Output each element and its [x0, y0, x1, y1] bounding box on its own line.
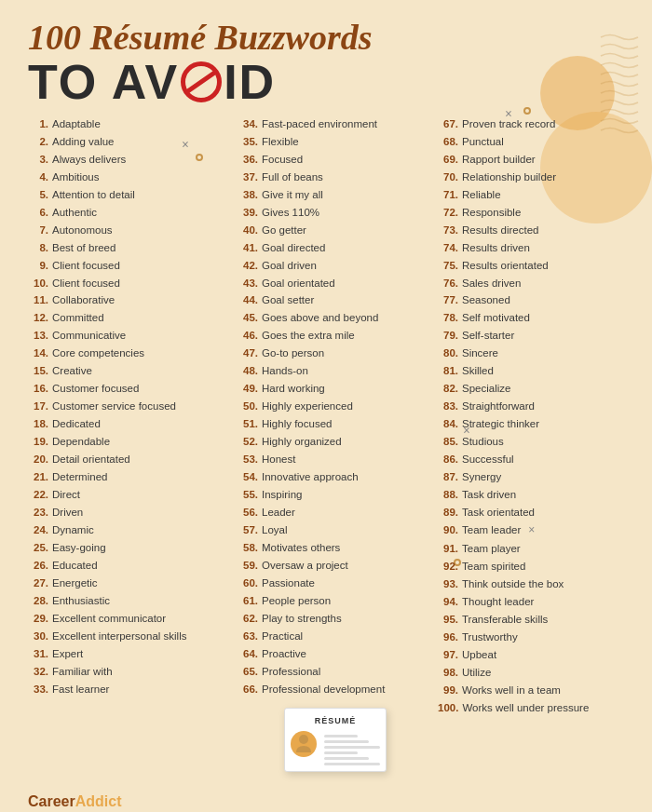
item-label: Transferable skills	[462, 611, 548, 629]
list-item: 81.Skilled	[438, 362, 624, 380]
item-label: Professional	[262, 663, 320, 681]
item-number: 29.	[28, 610, 48, 628]
list-item: 13.Communicative	[28, 327, 233, 345]
list-item: 72.Responsible	[438, 204, 624, 222]
item-number: 87.	[438, 468, 458, 486]
list-item: 25.Easy-going	[28, 539, 233, 557]
item-number: 57.	[238, 521, 258, 539]
list-item: 57.Loyal	[238, 521, 433, 539]
list-item: 38.Give it my all	[238, 186, 433, 204]
item-number: 80.	[438, 345, 458, 362]
list-item: 19.Dependable	[28, 433, 233, 451]
item-label: Task orientated	[462, 504, 535, 521]
list-item: 80.Sincere	[438, 345, 624, 362]
item-label: Leader	[262, 504, 295, 521]
item-label: Play to strengths	[262, 610, 342, 628]
item-label: Upbeat	[462, 646, 496, 664]
item-number: 66.	[238, 681, 258, 698]
list-item: 67.Proven track record	[438, 115, 624, 133]
item-label: Communicative	[52, 327, 126, 345]
list-item: 11.Collaborative	[28, 291, 233, 309]
item-label: Works well under pressure	[462, 699, 589, 717]
list-item: 42.Goal driven	[238, 257, 433, 275]
item-label: Fast learner	[52, 681, 109, 698]
list-item: 55.Inspiring	[238, 486, 433, 504]
resume-line-6	[324, 763, 380, 765]
item-number: 25.	[28, 539, 48, 557]
item-label: Strategic thinker	[462, 415, 539, 433]
list-item: 84.Strategic thinker	[438, 415, 624, 433]
item-number: 58.	[238, 539, 258, 557]
item-label: Highly organized	[262, 433, 342, 451]
list-item: 83.Straightforward	[438, 398, 624, 415]
item-label: Rapport builder	[462, 151, 536, 169]
list-item: 71.Reliable	[438, 186, 624, 204]
footer: CareerAddict	[28, 786, 624, 810]
item-label: Autonomous	[52, 222, 113, 239]
list-item: 3.Always delivers	[28, 151, 233, 169]
list-item: 70.Relationship builder	[438, 169, 624, 186]
column-left: 1.Adaptable2.Adding value3.Always delive…	[28, 115, 233, 772]
item-number: 98.	[438, 664, 458, 682]
item-label: Always delivers	[52, 151, 126, 169]
list-item: 99.Works well in a team	[438, 682, 624, 699]
item-number: 51.	[238, 415, 258, 433]
avoid-text-pre: TO AV	[28, 58, 179, 106]
item-label: Team spirited	[462, 558, 525, 575]
item-number: 31.	[28, 645, 48, 663]
item-number: 26.	[28, 557, 48, 575]
list-item: 93.Think outside the box	[438, 575, 624, 593]
list-item: 36.Focused	[238, 151, 433, 169]
column-middle: 34.Fast-paced environment35.Flexible36.F…	[238, 115, 433, 772]
list-item: 95.Transferable skills	[438, 611, 624, 629]
list-item: 35.Flexible	[238, 133, 433, 151]
item-label: Highly focused	[262, 415, 332, 433]
item-number: 46.	[238, 327, 258, 345]
item-number: 55.	[238, 486, 258, 504]
item-label: Successful	[462, 451, 514, 468]
item-number: 81.	[438, 362, 458, 380]
list-item: 18.Dedicated	[28, 415, 233, 433]
item-label: Works well in a team	[462, 682, 561, 699]
list-item: 66.Professional development	[238, 681, 433, 698]
item-number: 27.	[28, 575, 48, 592]
item-number: 47.	[238, 345, 258, 362]
item-label: Dependable	[52, 433, 110, 451]
item-label: Detail orientated	[52, 451, 130, 468]
item-label: Synergy	[462, 468, 501, 486]
item-label: Core competencies	[52, 345, 144, 362]
item-number: 1.	[28, 115, 48, 133]
item-number: 82.	[438, 380, 458, 398]
item-label: Client focused	[52, 275, 120, 292]
item-label: Straightforward	[462, 398, 535, 415]
item-number: 39.	[238, 204, 258, 222]
list-item: 47.Go-to person	[238, 345, 433, 362]
item-label: Goal setter	[262, 291, 314, 309]
item-number: 53.	[238, 451, 258, 468]
item-number: 91.	[438, 540, 458, 558]
item-label: Flexible	[262, 133, 299, 151]
item-number: 14.	[28, 345, 48, 362]
item-number: 3.	[28, 151, 48, 169]
list-item: 68.Punctual	[438, 133, 624, 151]
item-number: 16.	[28, 380, 48, 398]
list-item: 92.Team spirited	[438, 558, 624, 575]
list-right: 67.Proven track record68.Punctual69.Rapp…	[438, 115, 624, 717]
list-item: 100.Works well under pressure	[438, 699, 624, 717]
item-number: 6.	[28, 204, 48, 222]
item-label: Honest	[262, 451, 295, 468]
item-number: 50.	[238, 398, 258, 415]
item-number: 68.	[438, 133, 458, 151]
list-item: 91.Team player	[438, 540, 624, 558]
list-item: 85.Studious	[438, 433, 624, 451]
item-label: Self-starter	[462, 327, 514, 345]
resume-card: RÉSUMÉ	[284, 708, 387, 772]
item-label: Goal driven	[262, 257, 317, 275]
item-number: 97.	[438, 646, 458, 664]
item-label: Goal orientated	[262, 275, 335, 292]
item-number: 17.	[28, 398, 48, 415]
item-label: Educated	[52, 557, 98, 575]
list-item: 61.People person	[238, 592, 433, 610]
list-item: 33.Fast learner	[28, 681, 233, 698]
item-number: 7.	[28, 222, 48, 239]
